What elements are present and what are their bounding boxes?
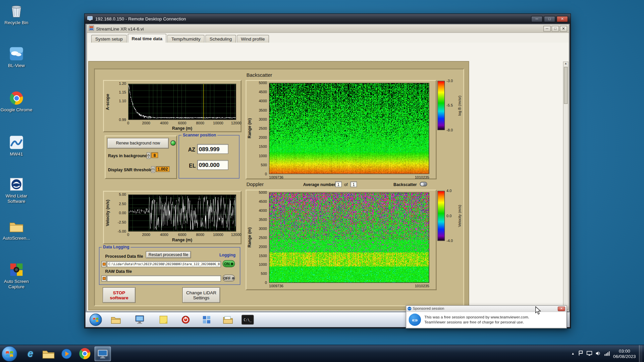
app-minimize-button[interactable]: ─ <box>543 26 551 32</box>
desktop-icon-label: BL-View <box>0 63 33 68</box>
scrollbar-thumb[interactable] <box>564 67 568 104</box>
renew-background-led <box>170 140 176 146</box>
ascope-x-axis-label: Range (m) <box>128 126 236 130</box>
rdp-client-area: StreamLine XR v14-6.vi ─ □ ✕ System setu… <box>86 24 570 327</box>
taskbar-ie-icon[interactable]: e <box>22 346 39 361</box>
el-value-field[interactable]: 090.000 <box>197 160 228 170</box>
tray-action-center-icon[interactable] <box>578 350 583 357</box>
average-total-field[interactable]: 1 <box>350 181 357 187</box>
sponsored-title: Sponsored session <box>413 307 444 311</box>
sponsored-titlebar[interactable]: Sponsored session ✕ <box>406 306 567 312</box>
tick-label: 8000 <box>196 233 204 237</box>
rdp-titlebar[interactable]: 192.168.0.150 - Remote Desktop Connectio… <box>85 14 571 24</box>
tray-display-icon[interactable] <box>586 350 592 357</box>
average-number-field[interactable]: 1 <box>335 181 342 187</box>
remote-power-icon[interactable] <box>179 314 193 326</box>
remote-app-grid-icon[interactable] <box>200 314 214 326</box>
tick-label: -8.0 <box>446 128 453 132</box>
start-button[interactable] <box>2 346 17 362</box>
remote-folder-icon[interactable] <box>221 314 235 326</box>
remote-display-icon[interactable] <box>133 314 147 326</box>
desktop-icon-auto-screen-capture[interactable]: Auto Screen Capture <box>0 262 33 289</box>
backscatter-toggle-label: Backscatter <box>393 182 417 187</box>
remote-notes-icon[interactable] <box>157 314 171 326</box>
tray-network-icon[interactable] <box>604 350 610 357</box>
taskbar-clock[interactable]: 03:00 06/08/2023 <box>613 348 636 359</box>
desktop-icon-wind-lidar[interactable]: Wind Lidar Software <box>0 177 33 204</box>
processed-path-field[interactable]: C:\Lidar\Data\Proc\2023\202308\20230806\… <box>107 261 221 267</box>
doppler-y-ticks: 5000450040003500300025002000150010005000 <box>252 192 268 283</box>
tray-volume-icon[interactable] <box>595 350 601 357</box>
backscatter-colorbar-ticks: -3.0-5.5-8.0 <box>446 81 457 130</box>
taskbar-chrome-icon[interactable] <box>76 346 93 361</box>
tick-label: 2000 <box>259 135 267 139</box>
backscatter-y-axis-label: Range (m) <box>247 83 252 174</box>
doppler-chart: Range (m) 500045004000350030002500200015… <box>246 190 436 290</box>
ascope-x-ticks: 020004000600080001000012000 <box>128 121 236 125</box>
minimize-button[interactable]: ─ <box>531 16 542 22</box>
rays-value-field[interactable]: 8 <box>151 152 158 158</box>
renew-background-button[interactable]: Renew background now <box>107 138 169 148</box>
tick-label: 4500 <box>259 199 267 203</box>
tick-label: 4000 <box>160 233 168 237</box>
processed-logging-on-button[interactable]: ON <box>223 260 235 267</box>
taskbar-explorer-icon[interactable] <box>40 346 57 361</box>
velocity-y-axis-label: Velocity (m/s) <box>105 194 110 231</box>
app-titlebar[interactable]: StreamLine XR v14-6.vi ─ □ ✕ <box>87 24 569 33</box>
tick-label: 3500 <box>259 108 267 112</box>
desktop-icon-recycle-bin[interactable]: Recycle Bin <box>0 3 33 25</box>
close-button[interactable]: ✕ <box>556 16 568 22</box>
desktop-icon-mw41[interactable]: MW41 <box>0 135 33 157</box>
restart-processed-file-button[interactable]: Restart processed file <box>146 251 191 258</box>
remote-explorer-icon[interactable] <box>109 314 123 326</box>
tab-real-time-data[interactable]: Real time data <box>127 34 166 43</box>
tick-label: 3000 <box>259 117 267 121</box>
clock-time: 03:00 <box>613 348 636 354</box>
doppler-colorbar <box>437 191 445 241</box>
windows-taskbar: e ▲ 03:00 06/08/2023 <box>0 345 644 362</box>
app-maximize-button[interactable]: □ <box>551 26 559 32</box>
remote-cmd-icon[interactable]: C:\_ <box>241 315 254 324</box>
taskbar-rdp-icon[interactable] <box>95 346 111 361</box>
maximize-button[interactable]: □ <box>544 16 555 22</box>
show-desktop-button[interactable] <box>639 345 642 362</box>
app-vertical-scrollbar[interactable]: ▲▼ <box>563 62 569 310</box>
az-value-field[interactable]: 089.999 <box>197 144 228 154</box>
velocity-x-axis-label: Range (m) <box>128 238 236 242</box>
raw-logging-off-button[interactable]: OFF <box>223 275 235 282</box>
raw-path-field[interactable] <box>107 276 221 282</box>
desktop-icon-autoscreen[interactable]: AutoScreen... <box>0 219 33 241</box>
tab-scheduling[interactable]: Scheduling <box>205 35 236 43</box>
app-close-button[interactable]: ✕ <box>560 26 567 32</box>
sponsored-close-button[interactable]: ✕ <box>558 306 565 311</box>
average-number-label: Average number <box>303 182 335 187</box>
backscatter-chart: Range (m) 500045004000350030002500200015… <box>246 80 436 179</box>
change-lidar-settings-button[interactable]: Change LiDARSettings <box>182 287 220 303</box>
snr-value-field[interactable]: 1.002 <box>156 166 170 172</box>
rays-spinner[interactable]: ▲▼ <box>147 152 150 158</box>
tick-label: 2000 <box>142 233 150 237</box>
snr-spinner[interactable]: ▲▼ <box>151 166 155 172</box>
windows-flag-icon <box>5 349 14 358</box>
tick-label: 0.00 <box>119 211 126 215</box>
backscatter-toggle-switch[interactable] <box>420 182 427 186</box>
data-logging-group: Data Logging Processed Data file Restart… <box>99 247 240 285</box>
tick-label: 1009736 <box>269 175 283 179</box>
tab-wind-profile[interactable]: Wind profile <box>237 35 269 43</box>
ascope-plot <box>128 84 236 120</box>
desktop-icon-bl-view[interactable]: BL-View <box>0 46 33 68</box>
tick-label: 10000 <box>213 233 223 237</box>
tab-temp-humidity[interactable]: Temp/humidity <box>167 35 205 43</box>
remote-start-button[interactable] <box>90 314 102 326</box>
logging-label: Logging <box>219 253 235 257</box>
stop-software-button[interactable]: STOPsoftware <box>103 287 136 303</box>
tick-label: 2500 <box>259 126 267 130</box>
desktop-icon-google-chrome[interactable]: Google Chrome <box>0 90 33 112</box>
mw41-icon <box>0 135 33 150</box>
app-window-controls: ─ □ ✕ <box>543 26 567 32</box>
ascope-y-ticks: 1.201.151.100.99 <box>111 84 127 120</box>
tab-system-setup[interactable]: System setup <box>91 35 127 43</box>
backscatter-title: Backscatter <box>247 72 272 78</box>
taskbar-media-player-icon[interactable] <box>58 346 75 361</box>
show-hidden-icons-button[interactable]: ▲ <box>571 352 575 355</box>
